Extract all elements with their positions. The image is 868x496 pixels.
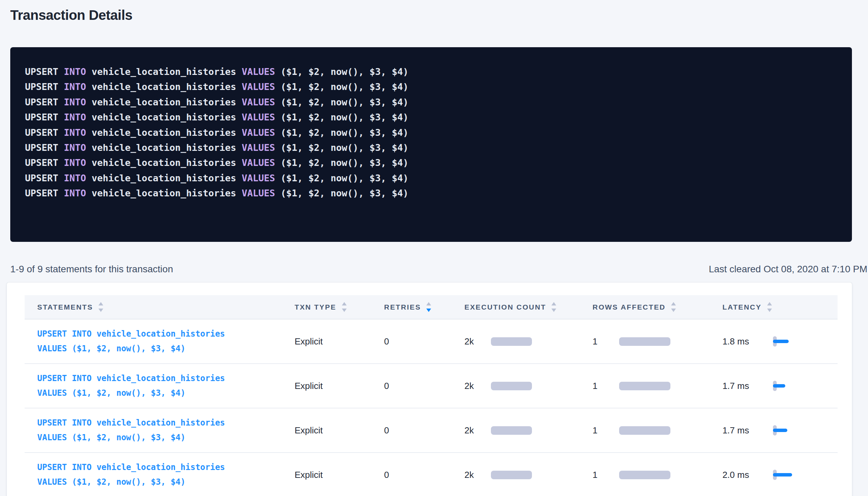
sort-arrows-icon[interactable] [342, 302, 347, 312]
column-header-label: EXECUTION COUNT [464, 303, 546, 311]
sort-asc-icon[interactable] [767, 302, 772, 305]
sort-desc-icon[interactable] [671, 309, 676, 312]
table-row: UPSERT INTO vehicle_location_historiesVA… [25, 364, 838, 408]
sort-asc-icon[interactable] [342, 302, 347, 305]
sort-desc-icon[interactable] [98, 309, 103, 312]
statement-line-2: VALUES ($1, $2, now(), $3, $4) [37, 477, 225, 487]
sort-arrows-icon[interactable] [426, 302, 431, 312]
statement-link[interactable]: UPSERT INTO vehicle_location_historiesVA… [37, 462, 225, 487]
table-row: UPSERT INTO vehicle_location_historiesVA… [25, 319, 838, 364]
statements-summary-bar: 1-9 of 9 statements for this transaction… [10, 263, 867, 275]
txn-type-value: Explicit [295, 425, 323, 436]
latency-value: 1.7 ms [722, 425, 773, 436]
execution-count-bar [491, 382, 532, 390]
latency-cell: 1.7 ms [710, 381, 838, 391]
table-row: UPSERT INTO vehicle_location_historiesVA… [25, 408, 838, 453]
sort-asc-icon[interactable] [98, 302, 103, 305]
page-title: Transaction Details [10, 7, 858, 23]
sql-code-line: UPSERT INTO vehicle_location_histories V… [25, 171, 838, 186]
column-header-label: LATENCY [722, 303, 761, 311]
statement-cell: UPSERT INTO vehicle_location_historiesVA… [25, 418, 282, 443]
execution-count-bar [491, 426, 532, 435]
sort-asc-icon[interactable] [551, 302, 556, 305]
execution-count-cell: 2k [452, 381, 580, 391]
sort-desc-icon[interactable] [551, 309, 556, 312]
execution-count-cell: 2k [452, 336, 580, 347]
latency-value: 1.8 ms [722, 336, 773, 347]
column-header-txn-type[interactable]: TXN TYPE [282, 302, 372, 312]
retries-cell: 0 [372, 470, 452, 480]
latency-bar [773, 429, 787, 432]
rows-affected-bar [619, 337, 670, 346]
sort-arrows-icon[interactable] [671, 302, 676, 312]
sql-code-line: UPSERT INTO vehicle_location_histories V… [25, 64, 838, 79]
statement-line-2: VALUES ($1, $2, now(), $3, $4) [37, 388, 225, 399]
sort-desc-icon[interactable] [342, 309, 347, 312]
txn-type-cell: Explicit [282, 336, 372, 347]
retries-value: 0 [384, 336, 389, 347]
statement-link[interactable]: UPSERT INTO vehicle_location_historiesVA… [37, 373, 225, 399]
execution-count-bar [491, 471, 532, 479]
rows-affected-bar [619, 426, 670, 435]
column-header-execution-count[interactable]: EXECUTION COUNT [452, 302, 580, 312]
latency-value: 2.0 ms [722, 470, 773, 480]
execution-count-bar [491, 337, 532, 346]
column-header-statements[interactable]: STATEMENTS [25, 302, 282, 312]
latency-bar [773, 340, 789, 343]
retries-value: 0 [384, 470, 389, 480]
rows-affected-value: 1 [592, 336, 619, 347]
sql-code-line: UPSERT INTO vehicle_location_histories V… [25, 125, 838, 140]
txn-type-value: Explicit [295, 470, 323, 480]
txn-type-cell: Explicit [282, 470, 372, 480]
column-header-label: STATEMENTS [37, 303, 93, 311]
column-header-retries[interactable]: RETRIES [372, 302, 452, 312]
sort-asc-icon[interactable] [426, 302, 431, 305]
retries-cell: 0 [372, 336, 452, 347]
latency-bar-chart [773, 470, 800, 480]
statement-line-1: UPSERT INTO vehicle_location_histories [37, 462, 225, 473]
execution-count-value: 2k [464, 336, 491, 347]
sort-arrows-icon[interactable] [551, 302, 556, 312]
statement-link[interactable]: UPSERT INTO vehicle_location_historiesVA… [37, 418, 225, 443]
statements-table: STATEMENTS TXN TYPE RETRIES EXECUTION CO… [25, 295, 838, 496]
sql-code-line: UPSERT INTO vehicle_location_histories V… [25, 140, 838, 155]
statements-table-body: UPSERT INTO vehicle_location_historiesVA… [25, 319, 838, 496]
execution-count-cell: 2k [452, 470, 580, 480]
latency-bar [773, 473, 792, 477]
sql-code-line: UPSERT INTO vehicle_location_histories V… [25, 79, 838, 94]
rows-affected-cell: 1 [580, 425, 710, 436]
retries-cell: 0 [372, 381, 452, 391]
statement-cell: UPSERT INTO vehicle_location_historiesVA… [25, 373, 282, 399]
rows-affected-value: 1 [592, 425, 619, 436]
latency-bar-chart [773, 336, 800, 347]
latency-bar [773, 384, 785, 388]
rows-affected-cell: 1 [580, 336, 710, 347]
sort-asc-icon[interactable] [671, 302, 676, 305]
sort-desc-icon[interactable] [767, 309, 772, 312]
column-header-rows-affected[interactable]: ROWS AFFECTED [580, 302, 710, 312]
statement-link[interactable]: UPSERT INTO vehicle_location_historiesVA… [37, 329, 225, 354]
sort-desc-icon[interactable] [426, 309, 431, 312]
statement-line-2: VALUES ($1, $2, now(), $3, $4) [37, 343, 225, 354]
retries-cell: 0 [372, 425, 452, 436]
latency-bar-chart [773, 381, 800, 391]
latency-cell: 1.7 ms [710, 425, 838, 436]
rows-affected-cell: 1 [580, 381, 710, 391]
sort-arrows-icon[interactable] [767, 302, 772, 312]
statement-line-1: UPSERT INTO vehicle_location_histories [37, 373, 225, 384]
latency-cell: 2.0 ms [710, 470, 838, 480]
column-header-latency[interactable]: LATENCY [710, 302, 838, 312]
last-cleared-text: Last cleared Oct 08, 2020 at 7:10 PM [709, 263, 867, 275]
rows-affected-bar [619, 471, 670, 479]
column-header-label: RETRIES [384, 303, 421, 311]
statements-count-text: 1-9 of 9 statements for this transaction [10, 263, 173, 275]
column-header-label: TXN TYPE [295, 303, 336, 311]
statements-table-header: STATEMENTS TXN TYPE RETRIES EXECUTION CO… [25, 295, 838, 319]
statement-line-1: UPSERT INTO vehicle_location_histories [37, 418, 225, 428]
execution-count-value: 2k [464, 470, 491, 480]
sql-code-line: UPSERT INTO vehicle_location_histories V… [25, 186, 838, 201]
txn-type-cell: Explicit [282, 381, 372, 391]
execution-count-value: 2k [464, 381, 491, 391]
sql-code-line: UPSERT INTO vehicle_location_histories V… [25, 110, 838, 125]
sort-arrows-icon[interactable] [98, 302, 103, 312]
